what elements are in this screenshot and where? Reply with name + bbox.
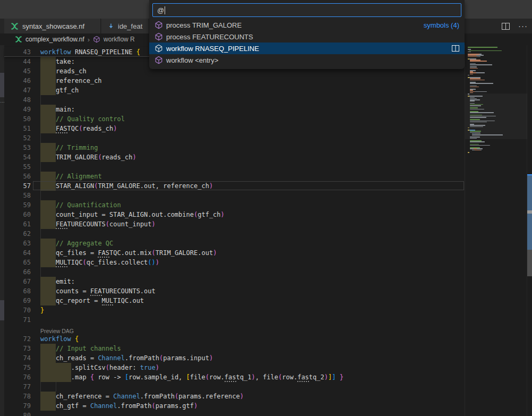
line-number[interactable]: 60 (4, 210, 31, 219)
code-line-67[interactable]: 67 emit: (4, 277, 465, 286)
text-cursor (165, 6, 165, 14)
code-line-80[interactable]: 80 (4, 411, 465, 416)
line-number[interactable]: 77 (4, 382, 31, 392)
line-number[interactable]: 74 (4, 353, 31, 363)
code-line-75[interactable]: 75 .splitCsv(header: true) (4, 363, 465, 372)
code-line-78[interactable]: 78 ch_reference = Channel.fromPath(param… (4, 392, 465, 401)
more-actions-icon[interactable]: ··· (518, 23, 528, 29)
line-number[interactable]: 67 (4, 277, 31, 286)
line-number[interactable]: 45 (4, 66, 31, 76)
quickpick-item[interactable]: workflow RNASEQ_PIPELINE (149, 43, 465, 54)
line-number[interactable]: 63 (4, 239, 31, 248)
code-line-51[interactable]: 51 FASTQC(reads_ch) (4, 124, 465, 133)
minimap-line (470, 109, 484, 110)
minimap[interactable] (465, 45, 527, 416)
line-number[interactable]: 73 (4, 344, 31, 353)
minimap-line (470, 66, 477, 67)
line-number[interactable]: 49 (4, 105, 31, 114)
breadcrumb-file[interactable]: complex_workflow.nf (25, 36, 84, 43)
line-number[interactable]: 76 (4, 372, 31, 382)
code-line-55[interactable]: 55 (4, 162, 465, 172)
editor-scrollbar[interactable] (527, 45, 532, 416)
tab-ide-features[interactable]: ide_feat (101, 19, 149, 33)
scrollbar-thumb[interactable] (527, 250, 532, 276)
code-line-63[interactable]: 63 // Aggregate QC (4, 239, 465, 248)
code-line-73[interactable]: 73 // Input channels (4, 344, 465, 353)
minimap-line (470, 86, 477, 87)
line-number[interactable]: 43 (4, 47, 31, 57)
code-text: take: (40, 57, 75, 66)
line-number[interactable]: 53 (4, 143, 31, 152)
code-line-77[interactable]: 77 (4, 382, 465, 392)
tab-label: syntax_showcase.nf (22, 22, 84, 30)
code-line-79[interactable]: 79 ch_gtf = Channel.fromPath(params.gtf) (4, 401, 465, 411)
code-line-71[interactable]: 71 (4, 315, 465, 325)
line-number[interactable]: 61 (4, 219, 31, 229)
line-number[interactable]: 68 (4, 286, 31, 296)
code-line-62[interactable]: 62 (4, 229, 465, 239)
line-number[interactable]: 59 (4, 200, 31, 210)
quick-input[interactable]: @ (152, 3, 461, 17)
code-line-69[interactable]: 69 qc_report = MULTIQC.out (4, 296, 465, 305)
line-number[interactable]: 70 (4, 305, 31, 315)
code-text: count_input = STAR_ALIGN.out.combine(gtf… (40, 210, 225, 219)
quickpick-item[interactable]: workflow <entry> (149, 54, 465, 66)
line-number[interactable]: 66 (4, 267, 31, 277)
line-number[interactable]: 65 (4, 258, 31, 267)
line-number[interactable]: 75 (4, 363, 31, 372)
code-line-59[interactable]: 59 // Quantification (4, 200, 465, 210)
code-line-46[interactable]: 46 reference_ch (4, 76, 465, 86)
line-number[interactable]: 55 (4, 162, 31, 172)
line-number[interactable]: 79 (4, 401, 31, 411)
line-number[interactable]: 44 (4, 57, 31, 66)
line-number[interactable]: 80 (4, 411, 31, 416)
line-number[interactable]: 52 (4, 133, 31, 143)
open-to-side-icon[interactable] (452, 45, 459, 52)
code-line-70[interactable]: 70} (4, 305, 465, 315)
code-editor[interactable]: 43workflow RNASEQ_PIPELINE {44 take:45 r… (4, 45, 465, 416)
line-number[interactable]: 47 (4, 86, 31, 95)
line-number[interactable]: 72 (4, 334, 31, 344)
line-number[interactable]: 50 (4, 114, 31, 124)
line-number[interactable]: 69 (4, 296, 31, 305)
code-line-54[interactable]: 54 TRIM_GALORE(reads_ch) (4, 152, 465, 162)
code-line-49[interactable]: 49 main: (4, 105, 465, 114)
code-line-74[interactable]: 74 ch_reads = Channel.fromPath(params.in… (4, 353, 465, 363)
split-editor-icon[interactable] (502, 23, 510, 30)
code-line-61[interactable]: 61 FEATURECOUNTS(count_input) (4, 219, 465, 229)
line-number[interactable]: 58 (4, 191, 31, 200)
line-number[interactable]: 57 (4, 181, 31, 191)
code-line-68[interactable]: 68 counts = FEATURECOUNTS.out (4, 286, 465, 296)
quickpick-item[interactable]: process FEATURECOUNTS (149, 31, 465, 43)
code-line-64[interactable]: 64 qc_files = FASTQC.out.mix(TRIM_GALORE… (4, 248, 465, 258)
code-line-48[interactable]: 48 (4, 95, 465, 105)
line-number[interactable]: 62 (4, 229, 31, 239)
code-line-66[interactable]: 66 (4, 267, 465, 277)
code-line-60[interactable]: 60 count_input = STAR_ALIGN.out.combine(… (4, 210, 465, 219)
code-line-47[interactable]: 47 gtf_ch (4, 86, 465, 95)
line-number[interactable]: 78 (4, 392, 31, 401)
code-line-50[interactable]: 50 // Quality control (4, 114, 465, 124)
code-line-56[interactable]: 56 // Alignment (4, 172, 465, 181)
line-number[interactable]: 71 (4, 315, 31, 325)
minimap-line (468, 55, 476, 56)
minimap-line (468, 52, 471, 53)
line-number[interactable]: 48 (4, 95, 31, 105)
quickpick-item[interactable]: process TRIM_GALOREsymbols (4) (149, 19, 465, 31)
symbols-count-link[interactable]: symbols (4) (424, 21, 459, 29)
line-number[interactable]: 56 (4, 172, 31, 181)
breadcrumb-symbol[interactable]: workflow R (104, 36, 135, 43)
line-number[interactable]: 54 (4, 152, 31, 162)
code-lens-row: Preview DAG (4, 325, 465, 334)
code-line-58[interactable]: 58 (4, 191, 465, 200)
tab-syntax-showcase[interactable]: syntax_showcase.nf (4, 19, 101, 33)
code-line-53[interactable]: 53 // Trimming (4, 143, 465, 152)
line-number[interactable]: 64 (4, 248, 31, 258)
code-line-57[interactable]: 57 STAR_ALIGN(TRIM_GALORE.out, reference… (4, 181, 465, 191)
code-line-52[interactable]: 52 (4, 133, 465, 143)
line-number[interactable]: 46 (4, 76, 31, 86)
line-number[interactable]: 51 (4, 124, 31, 133)
code-line-72[interactable]: 72workflow { (4, 334, 465, 344)
code-line-65[interactable]: 65 MULTIQC(qc_files.collect()) (4, 258, 465, 267)
code-line-76[interactable]: 76 .map { row -> [row.sample_id, [file(r… (4, 372, 465, 382)
